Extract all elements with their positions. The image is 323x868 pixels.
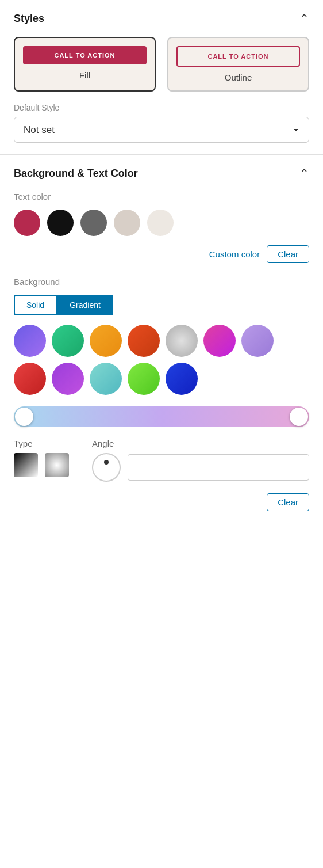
angle-label: Angle bbox=[92, 439, 309, 448]
text-color-label: Text color bbox=[14, 192, 309, 201]
outline-card[interactable]: CALL TO ACTION Outline bbox=[167, 37, 309, 92]
type-angle-row: Type Angle bbox=[14, 439, 309, 482]
gradient-swatches bbox=[14, 325, 309, 395]
angle-column: Angle bbox=[92, 439, 309, 482]
bg-text-collapse-icon[interactable]: ⌃ bbox=[299, 166, 309, 180]
solid-gradient-toggle: Solid Gradient bbox=[14, 295, 309, 315]
angle-controls bbox=[92, 453, 309, 482]
gradient-swatch-orange[interactable] bbox=[90, 325, 122, 357]
gradient-swatch-lime[interactable] bbox=[128, 363, 160, 395]
swatch-light-taupe[interactable] bbox=[114, 210, 140, 236]
gradient-swatch-red-orange[interactable] bbox=[128, 325, 160, 357]
fill-label: Fill bbox=[79, 70, 90, 80]
text-color-clear-button[interactable]: Clear bbox=[267, 245, 309, 263]
type-icons bbox=[14, 453, 69, 477]
text-color-swatches bbox=[14, 210, 309, 236]
type-label: Type bbox=[14, 439, 69, 448]
custom-color-link[interactable]: Custom color bbox=[209, 249, 260, 259]
swatch-dark-gray[interactable] bbox=[80, 210, 107, 236]
background-section: Background Solid Gradient bbox=[14, 277, 309, 511]
type-column: Type bbox=[14, 439, 69, 477]
style-variants: CALL TO ACTION Fill CALL TO ACTION Outli… bbox=[14, 37, 309, 92]
angle-dial[interactable] bbox=[92, 453, 121, 482]
gradient-swatch-violet[interactable] bbox=[52, 363, 84, 395]
styles-header: Styles ⌃ bbox=[14, 12, 309, 25]
default-style-select[interactable]: Not set Fill Outline bbox=[14, 117, 309, 143]
gradient-swatch-purple[interactable] bbox=[14, 325, 46, 357]
styles-title: Styles bbox=[14, 13, 44, 25]
background-label: Background bbox=[14, 277, 309, 287]
dial-dot bbox=[104, 460, 109, 465]
text-color-actions: Custom color Clear bbox=[14, 245, 309, 263]
gradient-slider[interactable] bbox=[14, 406, 309, 427]
slider-handle-left[interactable] bbox=[15, 408, 33, 426]
bg-text-header: Background & Text Color ⌃ bbox=[14, 166, 309, 180]
swatch-crimson[interactable] bbox=[14, 210, 40, 236]
angle-input[interactable] bbox=[128, 454, 309, 481]
bg-clear-button[interactable]: Clear bbox=[267, 493, 309, 511]
gradient-toggle-button[interactable]: Gradient bbox=[57, 295, 113, 315]
default-style-dropdown-wrapper: Not set Fill Outline bbox=[14, 117, 309, 143]
type-linear-icon[interactable] bbox=[14, 453, 38, 477]
gradient-swatch-pink-magenta[interactable] bbox=[203, 325, 236, 357]
swatch-black[interactable] bbox=[47, 210, 74, 236]
slider-handle-right[interactable] bbox=[290, 408, 308, 426]
gradient-swatch-gray[interactable] bbox=[166, 325, 198, 357]
fill-cta-button[interactable]: CALL TO ACTION bbox=[23, 46, 147, 64]
styles-collapse-icon[interactable]: ⌃ bbox=[299, 12, 309, 25]
type-radial-icon[interactable] bbox=[45, 453, 69, 477]
solid-toggle-button[interactable]: Solid bbox=[14, 295, 57, 315]
styles-section: Styles ⌃ CALL TO ACTION Fill CALL TO ACT… bbox=[0, 0, 323, 155]
outline-cta-button[interactable]: CALL TO ACTION bbox=[176, 46, 300, 67]
bg-clear-row: Clear bbox=[14, 493, 309, 511]
gradient-swatch-teal[interactable] bbox=[90, 363, 122, 395]
swatch-light-cream[interactable] bbox=[147, 210, 174, 236]
bg-text-title: Background & Text Color bbox=[14, 167, 138, 180]
bg-text-color-section: Background & Text Color ⌃ Text color Cus… bbox=[0, 155, 323, 523]
gradient-swatch-light-purple[interactable] bbox=[241, 325, 274, 357]
default-style-label: Default Style bbox=[14, 103, 309, 112]
fill-card[interactable]: CALL TO ACTION Fill bbox=[14, 37, 156, 92]
gradient-swatch-red[interactable] bbox=[14, 363, 46, 395]
outline-label: Outline bbox=[225, 73, 252, 82]
gradient-swatch-blue[interactable] bbox=[166, 363, 198, 395]
gradient-swatch-green[interactable] bbox=[52, 325, 84, 357]
